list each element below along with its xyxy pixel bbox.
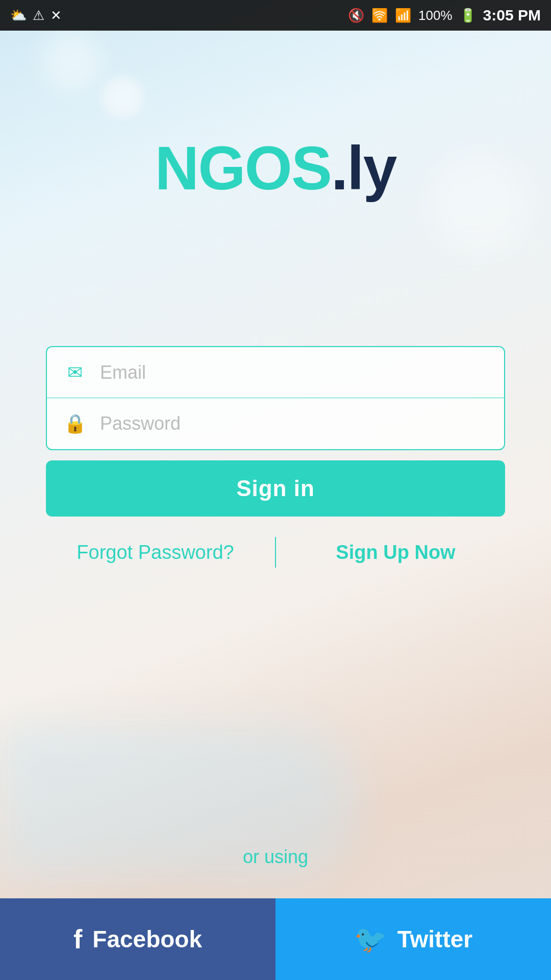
facebook-button[interactable]: f Facebook xyxy=(0,898,276,980)
signal-icon: 📶 xyxy=(395,8,411,23)
status-time: 3:05 PM xyxy=(483,7,541,24)
facebook-icon: f xyxy=(73,924,82,954)
mute-icon: 🔇 xyxy=(348,8,364,23)
links-row: Forgot Password? Sign Up Now xyxy=(46,537,505,568)
battery-text: 100% xyxy=(418,8,453,23)
weather-icon: ⛅ xyxy=(10,8,27,23)
logo-area: NGOS.ly xyxy=(155,133,396,203)
status-right: 🔇 🛜 📶 100% 🔋 3:05 PM xyxy=(348,7,541,24)
signup-link[interactable]: Sign Up Now xyxy=(286,542,505,564)
email-icon: ✉ xyxy=(62,362,88,383)
wifi-icon: 🛜 xyxy=(371,8,388,23)
social-footer: f Facebook 🐦 Twitter xyxy=(0,898,551,980)
login-form: ✉ 🔒 Sign in Forgot Password? Sign Up Now xyxy=(46,346,505,568)
logo-ly: .ly xyxy=(331,134,396,202)
email-field-wrapper[interactable]: ✉ xyxy=(47,347,504,398)
facebook-label: Facebook xyxy=(92,925,202,953)
lock-icon: 🔒 xyxy=(62,413,88,434)
or-using-text: or using xyxy=(243,846,308,868)
close-icon: ✕ xyxy=(51,8,62,23)
status-bar: ⛅ ⚠ ✕ 🔇 🛜 📶 100% 🔋 3:05 PM xyxy=(0,0,551,31)
link-divider xyxy=(275,537,276,568)
main-content: NGOS.ly ✉ 🔒 Sign in Forgot Password? Sig… xyxy=(0,31,551,898)
signin-button[interactable]: Sign in xyxy=(46,460,505,517)
warning-icon: ⚠ xyxy=(33,8,44,23)
app-logo: NGOS.ly xyxy=(155,133,396,203)
status-left: ⛅ ⚠ ✕ xyxy=(10,8,62,23)
battery-icon: 🔋 xyxy=(460,8,476,23)
input-container: ✉ 🔒 xyxy=(46,346,505,450)
logo-ngos: NGOS xyxy=(155,134,331,202)
twitter-label: Twitter xyxy=(397,925,472,953)
twitter-icon: 🐦 xyxy=(354,924,387,955)
forgot-password-link[interactable]: Forgot Password? xyxy=(46,542,265,564)
email-input[interactable] xyxy=(100,362,489,383)
password-input[interactable] xyxy=(100,413,489,434)
password-field-wrapper[interactable]: 🔒 xyxy=(47,398,504,449)
twitter-button[interactable]: 🐦 Twitter xyxy=(276,898,551,980)
